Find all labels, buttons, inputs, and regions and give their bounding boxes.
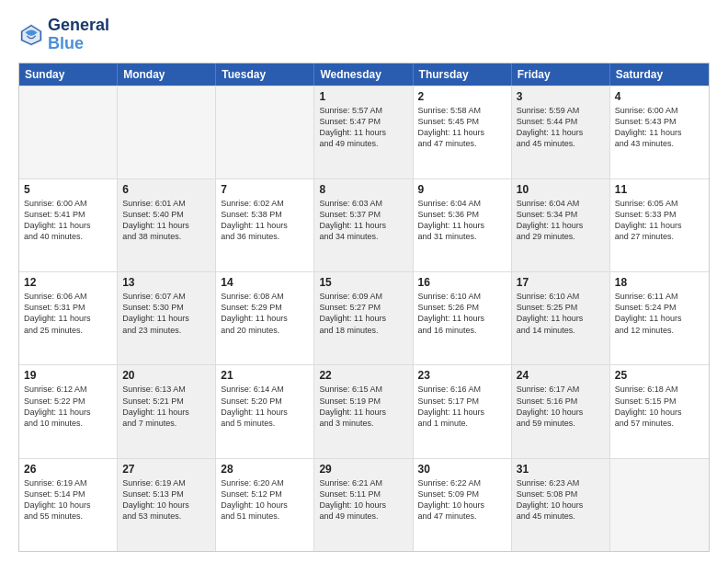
- cell-info: Sunrise: 6:08 AM Sunset: 5:29 PM Dayligh…: [221, 291, 309, 336]
- cell-info: Sunrise: 6:02 AM Sunset: 5:38 PM Dayligh…: [221, 198, 309, 243]
- calendar-cell-day-29: 29Sunrise: 6:21 AM Sunset: 5:11 PM Dayli…: [314, 459, 413, 551]
- cell-info: Sunrise: 6:03 AM Sunset: 5:37 PM Dayligh…: [319, 198, 407, 243]
- calendar-cell-day-26: 26Sunrise: 6:19 AM Sunset: 5:14 PM Dayli…: [19, 459, 118, 551]
- calendar-cell-day-18: 18Sunrise: 6:11 AM Sunset: 5:24 PM Dayli…: [610, 272, 709, 364]
- cell-info: Sunrise: 6:21 AM Sunset: 5:11 PM Dayligh…: [319, 477, 407, 523]
- cell-info: Sunrise: 6:00 AM Sunset: 5:41 PM Dayligh…: [24, 198, 112, 243]
- calendar-cell-day-15: 15Sunrise: 6:09 AM Sunset: 5:27 PM Dayli…: [314, 272, 413, 364]
- calendar-cell-day-23: 23Sunrise: 6:16 AM Sunset: 5:17 PM Dayli…: [414, 365, 512, 457]
- cell-info: Sunrise: 6:12 AM Sunset: 5:22 PM Dayligh…: [24, 384, 112, 429]
- weekday-header-wednesday: Wednesday: [314, 63, 413, 86]
- calendar-header: SundayMondayTuesdayWednesdayThursdayFrid…: [19, 63, 709, 86]
- day-number: 23: [418, 369, 506, 382]
- calendar-cell-empty-0-1: [118, 86, 216, 178]
- day-number: 18: [615, 276, 704, 289]
- calendar-cell-day-9: 9Sunrise: 6:04 AM Sunset: 5:36 PM Daylig…: [414, 179, 512, 271]
- weekday-header-thursday: Thursday: [414, 63, 512, 86]
- calendar-row-1: 5Sunrise: 6:00 AM Sunset: 5:41 PM Daylig…: [19, 178, 709, 271]
- calendar-cell-day-13: 13Sunrise: 6:07 AM Sunset: 5:30 PM Dayli…: [118, 272, 216, 364]
- calendar-cell-day-11: 11Sunrise: 6:05 AM Sunset: 5:33 PM Dayli…: [610, 179, 709, 271]
- calendar-cell-day-16: 16Sunrise: 6:10 AM Sunset: 5:26 PM Dayli…: [414, 272, 512, 364]
- calendar-cell-day-17: 17Sunrise: 6:10 AM Sunset: 5:25 PM Dayli…: [512, 272, 610, 364]
- calendar-cell-empty-0-2: [216, 86, 314, 178]
- calendar-cell-day-21: 21Sunrise: 6:14 AM Sunset: 5:20 PM Dayli…: [216, 365, 314, 457]
- day-number: 7: [221, 183, 309, 196]
- day-number: 28: [221, 463, 309, 476]
- calendar-row-4: 26Sunrise: 6:19 AM Sunset: 5:14 PM Dayli…: [19, 458, 709, 551]
- cell-info: Sunrise: 6:17 AM Sunset: 5:16 PM Dayligh…: [517, 384, 605, 429]
- page: General Blue SundayMondayTuesdayWednesda…: [0, 0, 728, 563]
- cell-info: Sunrise: 6:19 AM Sunset: 5:13 PM Dayligh…: [122, 477, 210, 523]
- day-number: 21: [221, 369, 309, 382]
- day-number: 6: [122, 183, 210, 196]
- day-number: 9: [418, 183, 506, 196]
- logo-icon: [18, 22, 44, 48]
- calendar-cell-day-8: 8Sunrise: 6:03 AM Sunset: 5:37 PM Daylig…: [314, 179, 413, 271]
- calendar-cell-day-1: 1Sunrise: 5:57 AM Sunset: 5:47 PM Daylig…: [314, 86, 413, 178]
- cell-info: Sunrise: 6:10 AM Sunset: 5:25 PM Dayligh…: [517, 291, 605, 336]
- cell-info: Sunrise: 6:09 AM Sunset: 5:27 PM Dayligh…: [319, 291, 407, 336]
- calendar-cell-day-27: 27Sunrise: 6:19 AM Sunset: 5:13 PM Dayli…: [118, 459, 216, 551]
- cell-info: Sunrise: 6:07 AM Sunset: 5:30 PM Dayligh…: [122, 291, 210, 336]
- cell-info: Sunrise: 6:15 AM Sunset: 5:19 PM Dayligh…: [319, 384, 407, 429]
- calendar-cell-day-10: 10Sunrise: 6:04 AM Sunset: 5:34 PM Dayli…: [512, 179, 610, 271]
- day-number: 17: [517, 276, 605, 289]
- calendar-cell-day-20: 20Sunrise: 6:13 AM Sunset: 5:21 PM Dayli…: [118, 365, 216, 457]
- cell-info: Sunrise: 6:00 AM Sunset: 5:43 PM Dayligh…: [615, 105, 704, 150]
- weekday-header-monday: Monday: [118, 63, 216, 86]
- cell-info: Sunrise: 6:06 AM Sunset: 5:31 PM Dayligh…: [24, 291, 112, 336]
- calendar-cell-day-28: 28Sunrise: 6:20 AM Sunset: 5:12 PM Dayli…: [216, 459, 314, 551]
- cell-info: Sunrise: 6:05 AM Sunset: 5:33 PM Dayligh…: [615, 198, 704, 243]
- cell-info: Sunrise: 6:13 AM Sunset: 5:21 PM Dayligh…: [122, 384, 210, 429]
- calendar-cell-day-25: 25Sunrise: 6:18 AM Sunset: 5:15 PM Dayli…: [610, 365, 709, 457]
- day-number: 22: [319, 369, 407, 382]
- calendar-cell-day-22: 22Sunrise: 6:15 AM Sunset: 5:19 PM Dayli…: [314, 365, 413, 457]
- cell-info: Sunrise: 6:18 AM Sunset: 5:15 PM Dayligh…: [615, 384, 704, 429]
- day-number: 31: [517, 463, 605, 476]
- day-number: 10: [517, 183, 605, 196]
- calendar-cell-empty-0-0: [19, 86, 118, 178]
- cell-info: Sunrise: 6:22 AM Sunset: 5:09 PM Dayligh…: [418, 477, 506, 523]
- day-number: 15: [319, 276, 407, 289]
- calendar-cell-day-12: 12Sunrise: 6:06 AM Sunset: 5:31 PM Dayli…: [19, 272, 118, 364]
- calendar-cell-day-2: 2Sunrise: 5:58 AM Sunset: 5:45 PM Daylig…: [414, 86, 512, 178]
- weekday-header-tuesday: Tuesday: [216, 63, 314, 86]
- day-number: 30: [418, 463, 506, 476]
- calendar-body: 1Sunrise: 5:57 AM Sunset: 5:47 PM Daylig…: [19, 86, 709, 551]
- calendar-cell-day-31: 31Sunrise: 6:23 AM Sunset: 5:08 PM Dayli…: [512, 459, 610, 551]
- calendar-cell-day-5: 5Sunrise: 6:00 AM Sunset: 5:41 PM Daylig…: [19, 179, 118, 271]
- day-number: 2: [418, 90, 506, 103]
- day-number: 20: [122, 369, 210, 382]
- cell-info: Sunrise: 5:57 AM Sunset: 5:47 PM Dayligh…: [319, 105, 407, 150]
- calendar-cell-day-30: 30Sunrise: 6:22 AM Sunset: 5:09 PM Dayli…: [414, 459, 512, 551]
- day-number: 27: [122, 463, 210, 476]
- cell-info: Sunrise: 6:01 AM Sunset: 5:40 PM Dayligh…: [122, 198, 210, 243]
- cell-info: Sunrise: 6:04 AM Sunset: 5:34 PM Dayligh…: [517, 198, 605, 243]
- cell-info: Sunrise: 6:19 AM Sunset: 5:14 PM Dayligh…: [24, 477, 112, 523]
- day-number: 13: [122, 276, 210, 289]
- cell-info: Sunrise: 6:14 AM Sunset: 5:20 PM Dayligh…: [221, 384, 309, 429]
- weekday-header-friday: Friday: [512, 63, 610, 86]
- day-number: 5: [24, 183, 112, 196]
- day-number: 1: [319, 90, 407, 103]
- calendar-cell-day-14: 14Sunrise: 6:08 AM Sunset: 5:29 PM Dayli…: [216, 272, 314, 364]
- day-number: 8: [319, 183, 407, 196]
- cell-info: Sunrise: 5:59 AM Sunset: 5:44 PM Dayligh…: [517, 105, 605, 150]
- day-number: 4: [615, 90, 704, 103]
- calendar-cell-day-4: 4Sunrise: 6:00 AM Sunset: 5:43 PM Daylig…: [610, 86, 709, 178]
- day-number: 14: [221, 276, 309, 289]
- day-number: 19: [24, 369, 112, 382]
- day-number: 29: [319, 463, 407, 476]
- weekday-header-saturday: Saturday: [610, 63, 709, 86]
- calendar-row-0: 1Sunrise: 5:57 AM Sunset: 5:47 PM Daylig…: [19, 86, 709, 178]
- logo-text: General Blue: [48, 17, 109, 53]
- day-number: 11: [615, 183, 704, 196]
- weekday-header-sunday: Sunday: [19, 63, 118, 86]
- day-number: 3: [517, 90, 605, 103]
- calendar-cell-day-19: 19Sunrise: 6:12 AM Sunset: 5:22 PM Dayli…: [19, 365, 118, 457]
- calendar-cell-day-3: 3Sunrise: 5:59 AM Sunset: 5:44 PM Daylig…: [512, 86, 610, 178]
- calendar-cell-day-24: 24Sunrise: 6:17 AM Sunset: 5:16 PM Dayli…: [512, 365, 610, 457]
- day-number: 16: [418, 276, 506, 289]
- calendar-cell-day-7: 7Sunrise: 6:02 AM Sunset: 5:38 PM Daylig…: [216, 179, 314, 271]
- cell-info: Sunrise: 6:04 AM Sunset: 5:36 PM Dayligh…: [418, 198, 506, 243]
